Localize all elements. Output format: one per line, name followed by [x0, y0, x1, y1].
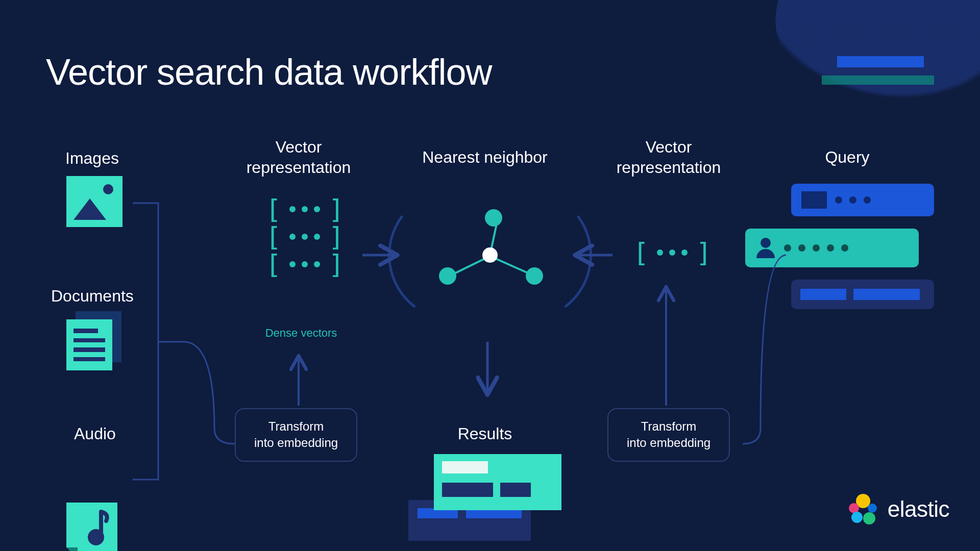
decorative-bar-teal [822, 76, 934, 85]
svg-point-0 [88, 529, 104, 545]
label-results: Results [408, 423, 561, 444]
label-query: Query [791, 147, 903, 167]
dense-vectors-icon: [] [] [] [265, 199, 345, 274]
decorative-bar-blue [837, 56, 924, 67]
query-card-3 [791, 280, 934, 309]
transform-box-right: Transform into embedding [607, 408, 730, 462]
svg-point-2 [849, 503, 859, 513]
query-vector-icon: [] [633, 242, 712, 263]
elastic-logo-icon [847, 493, 879, 525]
image-icon [66, 176, 122, 227]
label-nearest-neighbor: Nearest neighbor [403, 147, 567, 167]
label-dense-vectors: Dense vectors [260, 327, 342, 340]
label-images: Images [65, 148, 119, 168]
query-card-2 [745, 229, 919, 267]
transform-box-left: Transform into embedding [235, 408, 357, 462]
svg-point-5 [868, 504, 877, 513]
nearest-neighbor-icon [408, 189, 572, 321]
results-icon [408, 454, 561, 541]
svg-point-3 [851, 512, 863, 523]
label-documents: Documents [51, 286, 134, 306]
elastic-logo: elastic [847, 493, 949, 525]
document-icon [66, 311, 128, 372]
label-vector-rep-left: Vector representation [232, 137, 365, 178]
label-audio: Audio [74, 423, 116, 444]
query-card-1 [791, 184, 934, 216]
audio-icon [66, 503, 117, 551]
decorative-blob [758, 0, 980, 148]
label-vector-rep-right: Vector representation [602, 137, 735, 178]
elastic-logo-text: elastic [888, 496, 949, 522]
page-title: Vector search data workflow [46, 51, 492, 93]
svg-point-4 [863, 512, 875, 524]
